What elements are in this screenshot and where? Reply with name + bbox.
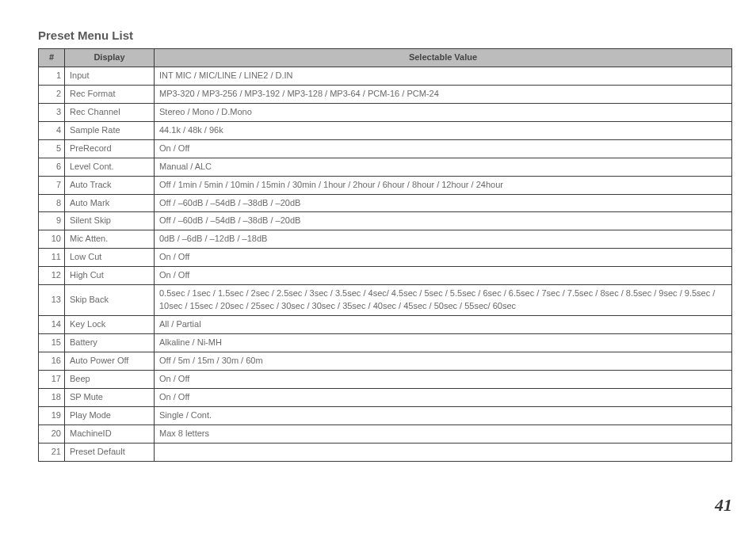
cell-num: 1 [39,67,65,85]
cell-value: On / Off [155,249,732,267]
table-header-row: # Display Selectable Value [39,49,732,67]
table-row: 8Auto MarkOff / –60dB / –54dB / –38dB / … [39,194,732,212]
cell-num: 12 [39,267,65,285]
table-row: 17BeepOn / Off [39,370,732,388]
table-row: 9Silent SkipOff / –60dB / –54dB / –38dB … [39,212,732,230]
cell-value: Off / –60dB / –54dB / –38dB / –20dB [155,212,732,230]
cell-num: 13 [39,285,65,316]
table-row: 21Preset Default [39,443,732,461]
table-row: 2Rec FormatMP3-320 / MP3-256 / MP3-192 /… [39,85,732,103]
cell-num: 4 [39,121,65,139]
cell-value: All / Partial [155,316,732,334]
page-number: 41 [715,495,732,516]
cell-display: Battery [65,334,155,352]
cell-value: MP3-320 / MP3-256 / MP3-192 / MP3-128 / … [155,85,732,103]
cell-value: Off / –60dB / –54dB / –38dB / –20dB [155,194,732,212]
cell-display: Input [65,67,155,85]
cell-value: 44.1k / 48k / 96k [155,121,732,139]
cell-display: Auto Track [65,176,155,194]
cell-value: 0dB / –6dB / –12dB / –18dB [155,230,732,249]
cell-value: Single / Cont. [155,406,732,424]
cell-display: Rec Channel [65,103,155,121]
table-row: 11Low CutOn / Off [39,249,732,267]
cell-value: Off / 5m / 15m / 30m / 60m [155,352,732,370]
cell-num: 21 [39,443,65,461]
table-row: 7Auto TrackOff / 1min / 5min / 10min / 1… [39,176,732,194]
table-row: 6Level Cont.Manual / ALC [39,158,732,176]
cell-display: High Cut [65,267,155,285]
cell-value: Alkaline / Ni-MH [155,334,732,352]
cell-display: Level Cont. [65,158,155,176]
table-row: 19Play ModeSingle / Cont. [39,406,732,424]
cell-num: 15 [39,334,65,352]
cell-num: 5 [39,139,65,158]
table-row: 16Auto Power OffOff / 5m / 15m / 30m / 6… [39,352,732,370]
cell-value: INT MIC / MIC/LINE / LINE2 / D.IN [155,67,732,85]
cell-value: Max 8 letters [155,424,732,443]
table-row: 14Key LockAll / Partial [39,316,732,334]
cell-display: Auto Power Off [65,352,155,370]
cell-num: 17 [39,370,65,388]
cell-display: Play Mode [65,406,155,424]
cell-value: Manual / ALC [155,158,732,176]
cell-display: Silent Skip [65,212,155,230]
cell-num: 9 [39,212,65,230]
cell-display: Mic Atten. [65,230,155,249]
cell-display: SP Mute [65,388,155,406]
table-row: 18SP MuteOn / Off [39,388,732,406]
cell-value: On / Off [155,267,732,285]
cell-num: 20 [39,424,65,443]
cell-num: 2 [39,85,65,103]
col-header-display: Display [65,49,155,67]
cell-display: Rec Format [65,85,155,103]
cell-value: On / Off [155,139,732,158]
table-row: 4Sample Rate44.1k / 48k / 96k [39,121,732,139]
cell-display: PreRecord [65,139,155,158]
cell-value: 0.5sec / 1sec / 1.5sec / 2sec / 2.5sec /… [155,285,732,316]
cell-num: 18 [39,388,65,406]
table-row: 15BatteryAlkaline / Ni-MH [39,334,732,352]
cell-display: Auto Mark [65,194,155,212]
cell-display: Low Cut [65,249,155,267]
preset-menu-table: # Display Selectable Value 1InputINT MIC… [38,48,732,462]
cell-display: Skip Back [65,285,155,316]
cell-display: Beep [65,370,155,388]
table-row: 3Rec ChannelStereo / Mono / D.Mono [39,103,732,121]
cell-num: 11 [39,249,65,267]
cell-display: Preset Default [65,443,155,461]
cell-num: 10 [39,230,65,249]
table-row: 20MachineIDMax 8 letters [39,424,732,443]
cell-value: Off / 1min / 5min / 10min / 15min / 30mi… [155,176,732,194]
cell-num: 14 [39,316,65,334]
cell-display: Sample Rate [65,121,155,139]
table-row: 12High CutOn / Off [39,267,732,285]
cell-num: 16 [39,352,65,370]
table-row: 10Mic Atten.0dB / –6dB / –12dB / –18dB [39,230,732,249]
page-title: Preset Menu List [38,29,732,42]
table-row: 5PreRecordOn / Off [39,139,732,158]
cell-value: On / Off [155,370,732,388]
cell-num: 19 [39,406,65,424]
cell-value [155,443,732,461]
cell-num: 7 [39,176,65,194]
cell-num: 6 [39,158,65,176]
col-header-value: Selectable Value [155,49,732,67]
cell-value: Stereo / Mono / D.Mono [155,103,732,121]
cell-num: 8 [39,194,65,212]
table-row: 1InputINT MIC / MIC/LINE / LINE2 / D.IN [39,67,732,85]
cell-num: 3 [39,103,65,121]
cell-display: MachineID [65,424,155,443]
col-header-num: # [39,49,65,67]
cell-display: Key Lock [65,316,155,334]
cell-value: On / Off [155,388,732,406]
table-row: 13Skip Back0.5sec / 1sec / 1.5sec / 2sec… [39,285,732,316]
